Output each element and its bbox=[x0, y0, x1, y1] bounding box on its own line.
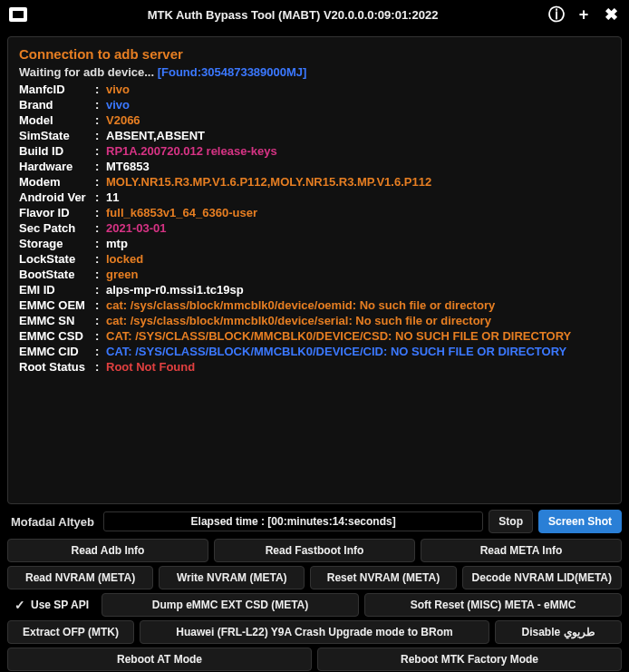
log-row: Brand:vivo bbox=[19, 97, 610, 112]
log-row: BootState:green bbox=[19, 267, 610, 282]
log-row: EMI ID:alps-mp-r0.mssi1.tc19sp bbox=[19, 282, 610, 297]
log-value: mtp bbox=[106, 236, 610, 251]
log-value: full_k6853v1_64_6360-user bbox=[106, 205, 610, 220]
log-value: 11 bbox=[106, 190, 610, 205]
log-key: SimState bbox=[19, 128, 95, 143]
log-key: Storage bbox=[19, 236, 95, 251]
info-icon[interactable]: ⓘ bbox=[547, 5, 566, 24]
reboot-at-mode-button[interactable]: Reboot AT Mode bbox=[7, 648, 312, 671]
log-value: green bbox=[106, 267, 610, 282]
developer-name: Mofadal Altyeb bbox=[7, 515, 98, 529]
log-sep: : bbox=[95, 328, 106, 344]
log-key: Sec Patch bbox=[19, 220, 95, 236]
log-key: Hardware bbox=[19, 159, 95, 174]
log-value: CAT: /SYS/CLASS/BLOCK/MMCBLK0/DEVICE/CSD… bbox=[106, 328, 610, 344]
log-sep: : bbox=[95, 359, 106, 375]
screenshot-button[interactable]: Screen Shot bbox=[538, 510, 622, 533]
log-waiting: Waiting for adb device... [Found:3054873… bbox=[19, 65, 610, 79]
log-key: Model bbox=[19, 112, 95, 128]
log-row: Hardware:MT6853 bbox=[19, 159, 610, 174]
log-key: Root Status bbox=[19, 359, 95, 375]
log-sep: : bbox=[95, 344, 106, 359]
log-key: BootState bbox=[19, 267, 95, 282]
log-sep: : bbox=[95, 112, 106, 128]
read-adb-info-button[interactable]: Read Adb Info bbox=[7, 539, 208, 562]
log-sep: : bbox=[95, 297, 106, 313]
log-key: Android Ver bbox=[19, 190, 95, 205]
log-heading: Connection to adb server bbox=[19, 46, 610, 62]
log-value: vivo bbox=[106, 97, 610, 112]
log-sep: : bbox=[95, 174, 106, 190]
log-key: EMI ID bbox=[19, 282, 95, 297]
log-value: alps-mp-r0.mssi1.tc19sp bbox=[106, 282, 610, 297]
log-value: 2021-03-01 bbox=[106, 220, 610, 236]
window-title: MTK Auth Bypass Tool (MABT) V20.0.0.0:09… bbox=[38, 8, 547, 22]
log-row: Storage:mtp bbox=[19, 236, 610, 251]
log-sep: : bbox=[95, 251, 106, 267]
extract-ofp-mtk-button[interactable]: Extract OFP (MTK) bbox=[7, 620, 134, 644]
log-sep: : bbox=[95, 128, 106, 143]
log-value: RP1A.200720.012 release-keys bbox=[106, 143, 610, 159]
log-sep: : bbox=[95, 97, 106, 112]
log-row: EMMC CID:CAT: /SYS/CLASS/BLOCK/MMCBLK0/D… bbox=[19, 344, 610, 359]
log-row: Flavor ID:full_k6853v1_64_6360-user bbox=[19, 205, 610, 220]
write-nvram-meta-button[interactable]: Write NVRAM (META) bbox=[159, 566, 305, 589]
log-row: Model:V2066 bbox=[19, 112, 610, 128]
app-logo-icon bbox=[9, 7, 27, 22]
log-sep: : bbox=[95, 236, 106, 251]
log-key: EMMC OEM bbox=[19, 297, 95, 313]
close-icon[interactable]: ✖ bbox=[602, 5, 620, 24]
log-row: EMMC CSD:CAT: /SYS/CLASS/BLOCK/MMCBLK0/D… bbox=[19, 328, 610, 344]
add-icon[interactable]: + bbox=[575, 5, 593, 24]
reboot-mtk-factory-mode-button[interactable]: Reboot MTK Factory Mode bbox=[317, 648, 622, 671]
log-key: Build ID bbox=[19, 143, 95, 159]
log-row: LockState:locked bbox=[19, 251, 610, 267]
read-fastboot-info-button[interactable]: Read Fastboot Info bbox=[214, 539, 415, 562]
reset-nvram-meta-button[interactable]: Reset NVRAM (META) bbox=[310, 566, 456, 589]
log-value: vivo bbox=[106, 82, 610, 97]
log-key: ManfcID bbox=[19, 82, 95, 97]
log-value: CAT: /SYS/CLASS/BLOCK/MMCBLK0/DEVICE/CID… bbox=[106, 344, 610, 359]
log-key: EMMC CID bbox=[19, 344, 95, 359]
log-sep: : bbox=[95, 159, 106, 174]
log-row: Modem:MOLY.NR15.R3.MP.V1.6.P112,MOLY.NR1… bbox=[19, 174, 610, 190]
log-row: Build ID:RP1A.200720.012 release-keys bbox=[19, 143, 610, 159]
log-value: cat: /sys/class/block/mmcblk0/device/oem… bbox=[106, 297, 610, 313]
check-icon: ✓ bbox=[15, 598, 25, 612]
log-key: EMMC CSD bbox=[19, 328, 95, 344]
log-key: LockState bbox=[19, 251, 95, 267]
log-sep: : bbox=[95, 143, 106, 159]
log-sep: : bbox=[95, 267, 106, 282]
log-value: Root Not Found bbox=[106, 359, 610, 375]
log-key: Modem bbox=[19, 174, 95, 190]
log-sep: : bbox=[95, 190, 106, 205]
log-row: Android Ver:11 bbox=[19, 190, 610, 205]
log-key: EMMC SN bbox=[19, 313, 95, 328]
disable-button[interactable]: Disable طريوي bbox=[495, 620, 622, 644]
log-value: MT6853 bbox=[106, 159, 610, 174]
log-panel: Connection to adb server Waiting for adb… bbox=[7, 36, 622, 504]
read-nvram-meta-button[interactable]: Read NVRAM (META) bbox=[7, 566, 153, 589]
stop-button[interactable]: Stop bbox=[489, 510, 533, 533]
log-value: MOLY.NR15.R3.MP.V1.6.P112,MOLY.NR15.R3.M… bbox=[106, 174, 610, 190]
huawei-frl-l22-y9a-crash-upgrade-mode-to-brom-button[interactable]: Huawei (FRL-L22) Y9A Crash Upgrade mode … bbox=[140, 620, 489, 644]
log-key: Flavor ID bbox=[19, 205, 95, 220]
log-value: cat: /sys/class/block/mmcblk0/device/ser… bbox=[106, 313, 610, 328]
log-sep: : bbox=[95, 282, 106, 297]
log-sep: : bbox=[95, 82, 106, 97]
dump-emmc-ext-csd-meta-button[interactable]: Dump eMMC EXT CSD (META) bbox=[102, 593, 359, 617]
use-sp-api-checkbox[interactable]: ✓ Use SP API bbox=[7, 593, 96, 617]
log-row: EMMC SN:cat: /sys/class/block/mmcblk0/de… bbox=[19, 313, 610, 328]
elapsed-time: Elapsed time : [00:minutes:14:seconds] bbox=[103, 511, 483, 531]
log-value: V2066 bbox=[106, 112, 610, 128]
log-value: locked bbox=[106, 251, 610, 267]
log-sep: : bbox=[95, 205, 106, 220]
log-sep: : bbox=[95, 313, 106, 328]
log-row: SimState:ABSENT,ABSENT bbox=[19, 128, 610, 143]
log-sep: : bbox=[95, 220, 106, 236]
log-key: Brand bbox=[19, 97, 95, 112]
soft-reset-misc-meta-emmc-button[interactable]: Soft Reset (MISC) META - eMMC bbox=[364, 593, 622, 617]
log-row: ManfcID:vivo bbox=[19, 82, 610, 97]
decode-nvram-lid-meta-button[interactable]: Decode NVRAM LID(META) bbox=[462, 566, 622, 589]
read-meta-info-button[interactable]: Read META Info bbox=[421, 539, 622, 562]
